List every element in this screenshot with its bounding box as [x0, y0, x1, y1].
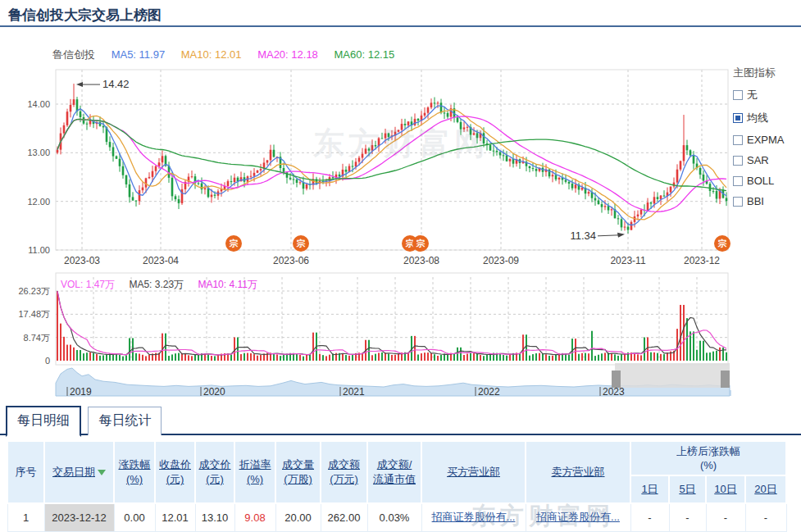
svg-text:11.34: 11.34 — [570, 230, 596, 242]
checkbox-icon[interactable] — [733, 90, 743, 100]
indicator-option-bbi[interactable]: BBI — [733, 195, 800, 207]
page-title: 鲁信创投大宗交易上榜图 — [8, 6, 162, 25]
sort-desc-icon[interactable] — [98, 470, 106, 475]
cell-20d: - — [745, 503, 786, 531]
svg-text:2023-09: 2023-09 — [483, 255, 519, 266]
svg-text:13.00: 13.00 — [27, 148, 50, 157]
svg-text:2023-08: 2023-08 — [403, 255, 439, 266]
svg-text:2023-03: 2023-03 — [64, 255, 100, 266]
col-header-1d[interactable]: 1日 — [630, 475, 669, 503]
cell-change: 0.00 — [114, 503, 155, 531]
checkbox-icon[interactable] — [733, 156, 743, 166]
col-header-20d[interactable]: 20日 — [745, 475, 786, 503]
svg-text:8.74万: 8.74万 — [24, 333, 50, 343]
timeline-selection[interactable] — [615, 363, 730, 388]
svg-text:2023-06: 2023-06 — [273, 255, 309, 266]
legend-ma5: MA5: 11.97 — [112, 48, 166, 61]
indicator-option-expma[interactable]: EXPMA — [733, 134, 800, 146]
page: 鲁信创投大宗交易上榜图 鲁信创投 MA5: 11.97 MA10: 12.01 … — [0, 0, 801, 532]
checkbox-icon[interactable] — [733, 176, 743, 186]
svg-text:宗: 宗 — [229, 239, 239, 248]
col-header-volume[interactable]: 成交量 (万股) — [275, 441, 321, 503]
legend-vol-ma10: MA10: 4.11万 — [198, 279, 257, 290]
block-trade-marker[interactable]: 宗 — [714, 235, 730, 252]
legend-ma20: MA20: 12.18 — [257, 48, 318, 61]
indicator-label: BBI — [747, 195, 764, 207]
svg-text:2022: 2022 — [478, 386, 500, 398]
col-header-change[interactable]: 涨跌幅 (%) — [114, 441, 155, 503]
indicator-label: BOLL — [747, 175, 774, 187]
col-header-10d[interactable]: 10日 — [706, 475, 745, 503]
checkbox-icon[interactable] — [733, 113, 743, 123]
col-header-ratio[interactable]: 成交额/ 流通市值 — [367, 441, 421, 503]
volume-bars-group — [57, 291, 727, 361]
volume-ma-line — [57, 291, 726, 355]
stock-chart-canvas[interactable]: 14.0013.0012.0011.002023-032023-042023-0… — [0, 37, 801, 402]
block-trade-marker[interactable]: 宗 — [293, 235, 309, 252]
col-header-close[interactable]: 收盘价 (元) — [155, 441, 195, 503]
stock-name: 鲁信创投 — [52, 48, 95, 61]
svg-text:宗: 宗 — [416, 239, 426, 248]
timeline-handle-right[interactable] — [721, 371, 730, 388]
cell-5d: - — [669, 503, 706, 531]
svg-text:12.00: 12.00 — [27, 197, 50, 207]
cell-close: 12.01 — [155, 503, 195, 531]
cell-price: 13.10 — [195, 503, 234, 531]
table-row: 1 2023-12-12 0.00 12.01 13.10 9.08 20.00… — [7, 503, 786, 531]
cell-1d: - — [630, 503, 669, 531]
svg-text:2023-12: 2023-12 — [684, 255, 720, 266]
checkbox-icon[interactable] — [733, 197, 743, 207]
block-trade-marker[interactable]: 宗 — [225, 235, 242, 252]
svg-text:2023: 2023 — [603, 386, 625, 398]
timeline-handle-left[interactable] — [612, 371, 621, 388]
checkbox-icon[interactable] — [733, 135, 743, 145]
indicator-option-boll[interactable]: BOLL — [733, 175, 800, 187]
price-chart-legend: 鲁信创投 MA5: 11.97 MA10: 12.01 MA20: 12.18 … — [52, 48, 407, 62]
cell-seller[interactable]: 招商证券股份有... — [526, 503, 630, 531]
svg-text:26.23万: 26.23万 — [18, 286, 50, 296]
block-trade-table: 序号 交易日期 涨跌幅 (%) 收盘价 (元) 成交价 (元) 折溢率 (%) … — [7, 440, 787, 532]
indicator-option-sar[interactable]: SAR — [733, 154, 800, 166]
cell-volume: 20.00 — [275, 503, 321, 531]
cell-premium: 9.08 — [234, 503, 275, 531]
cell-amount: 262.00 — [321, 503, 367, 531]
col-header-seller[interactable]: 卖方营业部 — [526, 441, 630, 503]
volume-ma-line — [57, 291, 726, 355]
svg-text:14.42: 14.42 — [102, 78, 130, 90]
col-header-seq: 序号 — [7, 441, 44, 503]
svg-text:2019: 2019 — [70, 386, 92, 398]
page-header: 鲁信创投大宗交易上榜图 — [0, 0, 801, 27]
svg-text:0: 0 — [45, 356, 50, 366]
cell-ratio: 0.03% — [367, 503, 421, 531]
col-header-premium[interactable]: 折溢率 (%) — [234, 441, 275, 503]
svg-text:2020: 2020 — [203, 386, 225, 398]
candles-group — [57, 84, 728, 234]
tab-daily-stats[interactable]: 每日统计 — [88, 407, 162, 435]
legend-vol-ma5: MA5: 3.23万 — [129, 279, 184, 290]
indicator-label: 均线 — [747, 111, 768, 125]
col-header-amount[interactable]: 成交额 (万元) — [321, 441, 367, 503]
svg-text:宗: 宗 — [296, 239, 306, 248]
legend-vol: VOL: 1.47万 — [61, 279, 115, 290]
legend-ma60: MA60: 12.15 — [334, 48, 394, 61]
indicator-option-none[interactable]: 无 — [733, 88, 800, 102]
cell-date: 2023-12-12 — [44, 503, 114, 531]
col-header-after-change: 上榜后涨跌幅 (%) — [630, 441, 786, 475]
cell-buyer[interactable]: 招商证券股份有... — [421, 503, 526, 531]
block-trade-marker[interactable]: 宗 — [412, 235, 429, 252]
legend-ma10: MA10: 12.01 — [181, 48, 242, 61]
col-header-buyer[interactable]: 买方营业部 — [421, 441, 526, 503]
svg-text:2021: 2021 — [343, 386, 365, 398]
svg-text:11.00: 11.00 — [28, 245, 50, 255]
cell-10d: - — [706, 503, 745, 531]
col-header-date[interactable]: 交易日期 — [44, 441, 114, 503]
cell-seq: 1 — [7, 503, 44, 531]
col-header-price[interactable]: 成交价 (元) — [195, 441, 234, 503]
tab-daily-detail[interactable]: 每日明细 — [6, 406, 81, 437]
indicator-option-ma[interactable]: 均线 — [733, 111, 800, 125]
svg-text:17.48万: 17.48万 — [18, 309, 50, 319]
ma-line-ma60 — [57, 119, 726, 190]
col-header-5d[interactable]: 5日 — [669, 475, 706, 503]
svg-text:2023-04: 2023-04 — [143, 255, 179, 266]
volume-chart-legend: VOL: 1.47万 MA5: 3.23万 MA10: 4.11万 — [61, 278, 269, 292]
